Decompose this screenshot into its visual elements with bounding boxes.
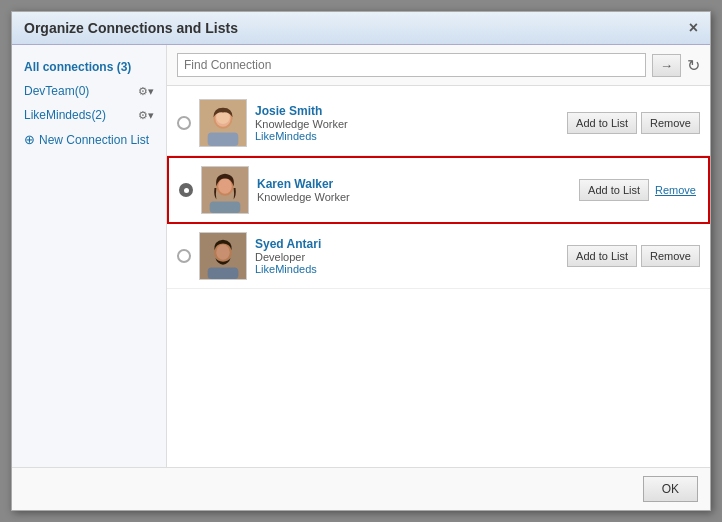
- search-bar: → ↻: [167, 45, 710, 86]
- person-name-josie[interactable]: Josie Smith: [255, 104, 559, 118]
- organize-dialog: Organize Connections and Lists × All con…: [11, 11, 711, 511]
- row-actions-josie: Add to List Remove: [567, 112, 700, 134]
- sidebar-item-all-connections[interactable]: All connections (3): [12, 55, 166, 79]
- devteam-label: DevTeam: [24, 84, 75, 98]
- table-row: Syed Antari Developer LikeMindeds Add to…: [167, 224, 710, 289]
- row-actions-karen: Add to List Remove: [579, 179, 698, 201]
- person-role-josie: Knowledge Worker: [255, 118, 559, 130]
- plus-icon: ⊕: [24, 132, 35, 147]
- search-go-button[interactable]: →: [652, 54, 681, 77]
- row-radio-josie[interactable]: [177, 116, 191, 130]
- person-info-syed: Syed Antari Developer LikeMindeds: [255, 237, 559, 275]
- connections-list: Josie Smith Knowledge Worker LikeMindeds…: [167, 86, 710, 467]
- add-to-list-button-karen[interactable]: Add to List: [579, 179, 649, 201]
- devteam-gear-icon[interactable]: ⚙▾: [138, 85, 154, 98]
- add-to-list-button-josie[interactable]: Add to List: [567, 112, 637, 134]
- svg-point-7: [218, 179, 231, 194]
- dialog-title: Organize Connections and Lists: [24, 20, 238, 36]
- all-connections-label: All connections: [24, 60, 113, 74]
- likemindeds-label: LikeMindeds: [24, 108, 91, 122]
- person-company-josie[interactable]: LikeMindeds: [255, 130, 559, 142]
- person-role-syed: Developer: [255, 251, 559, 263]
- table-row: Karen Walker Knowledge Worker Add to Lis…: [167, 156, 710, 224]
- table-row: Josie Smith Knowledge Worker LikeMindeds…: [167, 91, 710, 156]
- new-list-label: New Connection List: [39, 133, 149, 147]
- sidebar-item-likemindeds[interactable]: LikeMindeds (2) ⚙▾: [12, 103, 166, 127]
- all-connections-count: (3): [117, 60, 132, 74]
- remove-button-josie[interactable]: Remove: [641, 112, 700, 134]
- person-role-karen: Knowledge Worker: [257, 191, 571, 203]
- row-radio-syed[interactable]: [177, 249, 191, 263]
- devteam-count: (0): [75, 84, 90, 98]
- person-company-syed[interactable]: LikeMindeds: [255, 263, 559, 275]
- remove-button-karen[interactable]: Remove: [653, 180, 698, 200]
- svg-point-11: [216, 245, 229, 260]
- row-radio-karen[interactable]: [179, 183, 193, 197]
- search-input[interactable]: [177, 53, 646, 77]
- likemindeds-count: (2): [91, 108, 106, 122]
- avatar-syed: [199, 232, 247, 280]
- person-info-karen: Karen Walker Knowledge Worker: [257, 177, 571, 203]
- new-connection-list-button[interactable]: ⊕ New Connection List: [12, 127, 166, 152]
- refresh-button[interactable]: ↻: [687, 56, 700, 75]
- dialog-footer: OK: [12, 467, 710, 510]
- person-name-karen[interactable]: Karen Walker: [257, 177, 571, 191]
- dialog-body: All connections (3) DevTeam (0) ⚙▾ LikeM…: [12, 45, 710, 467]
- avatar-karen: [201, 166, 249, 214]
- close-button[interactable]: ×: [689, 20, 698, 36]
- svg-rect-3: [208, 133, 239, 146]
- add-to-list-button-syed[interactable]: Add to List: [567, 245, 637, 267]
- likemindeds-gear-icon[interactable]: ⚙▾: [138, 109, 154, 122]
- svg-rect-8: [210, 202, 241, 214]
- row-actions-syed: Add to List Remove: [567, 245, 700, 267]
- svg-rect-12: [208, 268, 239, 280]
- remove-button-syed[interactable]: Remove: [641, 245, 700, 267]
- ok-button[interactable]: OK: [643, 476, 698, 502]
- avatar-josie: [199, 99, 247, 147]
- dialog-header: Organize Connections and Lists ×: [12, 12, 710, 45]
- sidebar-item-devteam[interactable]: DevTeam (0) ⚙▾: [12, 79, 166, 103]
- main-panel: → ↻: [167, 45, 710, 467]
- person-name-syed[interactable]: Syed Antari: [255, 237, 559, 251]
- person-info-josie: Josie Smith Knowledge Worker LikeMindeds: [255, 104, 559, 142]
- sidebar: All connections (3) DevTeam (0) ⚙▾ LikeM…: [12, 45, 167, 467]
